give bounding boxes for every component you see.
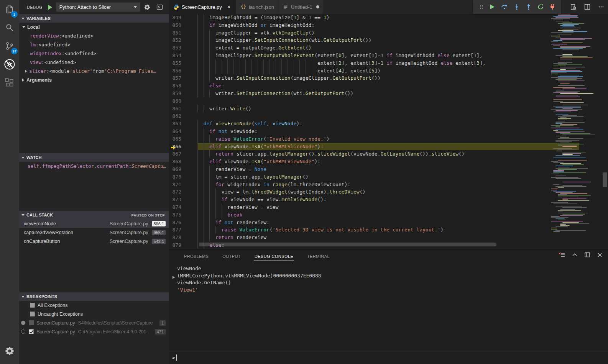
code-line[interactable]: 874renderView = view [169,203,551,211]
watch-expression-row[interactable]: self.ffmpegPathSelector.currentPath: Scr… [19,162,169,171]
line-number[interactable]: 863 [169,120,197,128]
line-number[interactable]: 875 [169,211,197,219]
scrollbar-thumb[interactable] [603,172,607,187]
disconnect-icon[interactable] [549,4,555,10]
variable-row[interactable]: slicer: <module 'slicer' from 'C:\Progra… [19,67,169,75]
breakpoint-row[interactable]: All Exceptions [19,301,169,310]
horizontal-scrollbar[interactable] [199,243,496,246]
continue-icon[interactable] [489,4,495,10]
line-number[interactable]: 876 [169,219,197,226]
code-line[interactable]: 858else: [169,82,551,90]
code-line[interactable]: 877raise ValueError('Selected 3D view is… [169,226,551,234]
step-into-icon[interactable] [514,4,520,10]
code-line[interactable]: 864if not viewNode: [169,128,551,135]
line-number[interactable]: 860 [169,97,197,105]
panel-layout-icon[interactable] [584,252,590,258]
line-number[interactable]: 865 [169,135,197,143]
watch-section-header[interactable]: WATCH [19,153,169,162]
debug-icon[interactable] [0,55,19,74]
start-debug-button[interactable] [48,5,52,10]
code-line[interactable]: 859writer.SetInputConnection(wti.GetOutp… [169,90,551,97]
line-number[interactable]: 859 [169,90,197,97]
variable-row[interactable]: lm: <undefined> [19,40,169,49]
arguments-scope-row[interactable]: Arguments [19,75,169,84]
minimap[interactable] [551,14,602,249]
code-line[interactable]: 863def viewFromNode(self, viewNode): [169,120,551,128]
code-line[interactable]: 855extent[2], extent[3]-1 if imageHeight… [169,59,551,67]
line-number[interactable]: 851 [169,29,197,37]
code-line[interactable]: 852imageClipper.SetInputConnection(wti.G… [169,36,551,44]
breakpoint-row[interactable]: ScreenCapture.pyC:\Program Files\Slicer … [19,327,169,336]
variable-row[interactable]: renderView: <undefined> [19,31,169,40]
line-number[interactable]: 861 [169,105,197,113]
breakpoint-checkbox[interactable] [30,303,35,308]
line-number[interactable]: 879 [169,241,197,249]
code-line[interactable]: 853extent = outputImage.GetExtent() [169,44,551,52]
code-line[interactable]: 867return slicer.app.layoutManager().sli… [169,150,551,158]
breakpoint-checkbox[interactable] [29,329,34,334]
panel-tab-terminal[interactable]: TERMINAL [306,252,330,261]
step-over-icon[interactable] [501,4,508,10]
code-line[interactable]: 862 [169,112,551,120]
line-number[interactable]: 858 [169,82,197,90]
extensions-icon[interactable] [0,74,19,92]
console-line[interactable]: (MRMLCorePython.vtkMRMLViewNode)00000000… [169,272,608,280]
code-area[interactable]: 849imageHeightOdd = (imageSize[1] & 1 ==… [169,14,551,249]
code-line[interactable]: 873if viewNode == view.mrmlViewNode(): [169,196,551,203]
code-line[interactable]: 869renderView = None [169,166,551,173]
code-line[interactable]: 857writer.SetInputConnection(imageClippe… [169,74,551,82]
breakpoint-row[interactable]: Uncaught Exceptions [19,310,169,318]
line-number[interactable]: 857 [169,74,197,82]
search-icon[interactable] [0,18,19,37]
line-number[interactable]: 878 [169,234,197,241]
code-line[interactable]: 875break [169,211,551,219]
source-control-icon[interactable]: 97 [0,37,19,55]
code-line[interactable]: 856extent[4], extent[5]) [169,67,551,75]
breakpoint-checkbox[interactable] [29,320,34,325]
step-out-icon[interactable] [526,4,532,10]
variable-row[interactable]: widgetIndex: <undefined> [19,49,169,58]
line-number[interactable]: 874 [169,203,197,211]
tab-screencapture-py[interactable]: ScreenCapture.py× [169,0,236,14]
panel-tab-output[interactable]: OUTPUT [222,252,242,261]
code-line[interactable]: 861writer.Write() [169,105,551,113]
line-number[interactable]: 870 [169,173,197,181]
debug-config-dropdown[interactable]: Python: Attach to Slicer [56,2,140,12]
code-line[interactable]: 870lm = slicer.app.layoutManager() [169,173,551,181]
code-line[interactable]: 854imageClipper.SetOutputWholeExtent(ext… [169,52,551,59]
line-number[interactable]: 864 [169,128,197,135]
breakpoint-row[interactable]: ScreenCapture.pyS4\Modules\Scripted\Scre… [19,318,169,327]
line-number[interactable]: 849 [169,14,197,21]
dirty-indicator[interactable] [316,5,319,8]
tab-launch-json[interactable]: {}launch.json [236,0,278,14]
code-line[interactable]: 878return renderView [169,234,551,241]
panel-tab-debug-console[interactable]: DEBUG CONSOLE [254,252,294,261]
line-number[interactable]: 856 [169,67,197,75]
line-number[interactable]: 868 [169,158,197,166]
line-number[interactable]: 866 [169,143,197,151]
close-tab-icon[interactable]: × [226,4,232,10]
code-line[interactable]: 876if not renderView: [169,219,551,226]
maximize-panel-icon[interactable] [572,252,578,258]
line-number[interactable]: 872 [169,188,197,196]
breakpoints-section-header[interactable]: BREAKPOINTS [19,292,169,301]
code-line[interactable]: 865raise ValueError('Invalid view node.'… [169,135,551,143]
vertical-scrollbar[interactable] [602,14,608,249]
line-number[interactable]: 853 [169,44,197,52]
line-number[interactable]: 871 [169,181,197,189]
line-number[interactable]: 869 [169,166,197,173]
line-number[interactable]: 867 [169,150,197,158]
code-line[interactable]: 850if imageWidthOdd or imageHeightOdd: [169,21,551,29]
code-line[interactable]: 866elif viewNode.IsA("vtkMRMLSliceNode")… [169,143,551,151]
clear-console-icon[interactable] [559,252,565,258]
split-editor-icon[interactable] [584,4,590,10]
line-number[interactable]: 862 [169,112,197,120]
line-number[interactable]: 854 [169,52,197,59]
code-line[interactable]: 871for widgetIndex in range(lm.threeDVie… [169,181,551,189]
breakpoint-checkbox[interactable] [30,312,35,316]
tab-untitled-1[interactable]: Untitled-1 [278,0,324,14]
open-preview-icon[interactable] [570,4,577,10]
variables-scope-row[interactable]: Local [19,23,169,31]
close-panel-icon[interactable] [597,252,603,258]
code-line[interactable]: 872view = lm.threeDWidget(widgetIndex).t… [169,188,551,196]
